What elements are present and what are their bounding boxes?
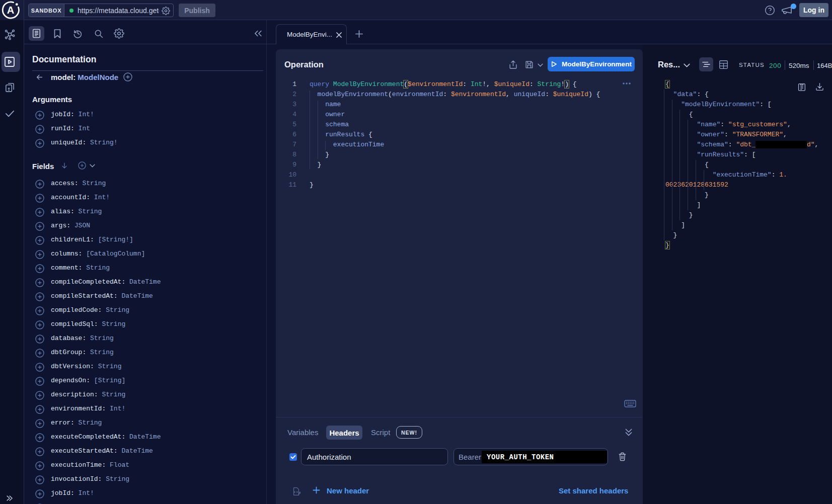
svg-text:A: A: [7, 5, 15, 16]
